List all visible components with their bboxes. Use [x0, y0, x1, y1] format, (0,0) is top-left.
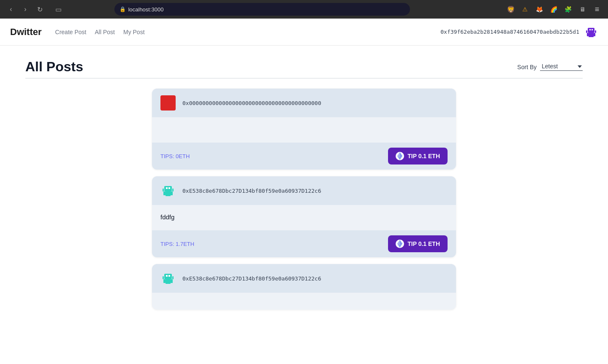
- sort-label: Sort By: [517, 64, 537, 70]
- eth-icon: [396, 152, 404, 160]
- sort-control: Sort By Letest Oldest Most Tipped: [517, 63, 583, 71]
- svg-rect-8: [595, 30, 596, 33]
- svg-rect-19: [167, 190, 169, 192]
- svg-rect-17: [171, 191, 173, 195]
- post-address: 0xE538c8e678Dbc27D134bf80f59e0a60937D122…: [182, 275, 321, 282]
- post-content: fddfg: [160, 213, 448, 221]
- tip-button[interactable]: TIP 0.1 ETH: [388, 148, 448, 164]
- post-header: 0xE538c8e678Dbc27D134bf80f59e0a60937D122…: [152, 264, 456, 293]
- wallet-address: 0xf39f62eba2b2814948a8746160470aebdb22b5…: [440, 29, 579, 35]
- post-address: 0x00000000000000000000000000000000000000…: [182, 100, 321, 106]
- tips-amount: TIPS: 0ETH: [160, 153, 190, 159]
- page-title: All Posts: [25, 59, 83, 75]
- eth-icon: [396, 240, 404, 248]
- svg-rect-1: [589, 29, 591, 30]
- post-card: 0x00000000000000000000000000000000000000…: [152, 89, 456, 170]
- post-header: 0x00000000000000000000000000000000000000…: [152, 89, 456, 117]
- svg-rect-6: [590, 32, 592, 33]
- avatar: [160, 95, 176, 111]
- back-button[interactable]: ‹: [5, 3, 17, 15]
- extension-color-icon[interactable]: 🌈: [548, 3, 560, 15]
- tips-amount: TIPS: 1.7ETH: [160, 241, 194, 247]
- post-footer: TIPS: 0ETH TIP 0.1 ETH: [152, 143, 456, 170]
- browser-navigation: ‹ › ↻: [5, 3, 46, 15]
- svg-rect-29: [163, 279, 166, 283]
- menu-icon[interactable]: ≡: [591, 3, 603, 15]
- post-card: 0xE538c8e678Dbc27D134bf80f59e0a60937D122…: [152, 176, 456, 257]
- svg-rect-20: [163, 189, 164, 191]
- header-right: 0xf39f62eba2b2814948a8746160470aebdb22b5…: [440, 25, 598, 39]
- post-body: [152, 117, 456, 143]
- tip-button-label: TIP 0.1 ETH: [407, 240, 440, 247]
- brave-icon[interactable]: 🦁: [505, 3, 517, 15]
- posts-list: 0x00000000000000000000000000000000000000…: [152, 89, 456, 310]
- browser-actions: 🦁 ⚠ 🦊 🌈 🧩 🖥 ≡: [505, 3, 603, 15]
- main-navigation: Create Post All Post My Post: [55, 29, 145, 35]
- avatar: [160, 183, 176, 198]
- forward-button[interactable]: ›: [19, 3, 31, 15]
- svg-rect-28: [168, 275, 170, 277]
- app-header: Dwitter Create Post All Post My Post 0xf…: [0, 19, 608, 46]
- lock-icon: 🔒: [119, 6, 126, 12]
- svg-rect-30: [171, 279, 173, 283]
- svg-rect-33: [163, 276, 164, 279]
- section-divider: [25, 78, 583, 78]
- avatar: [160, 271, 176, 286]
- svg-rect-7: [586, 30, 587, 33]
- svg-rect-2: [592, 29, 593, 30]
- svg-rect-21: [172, 189, 174, 191]
- svg-rect-18: [166, 191, 171, 196]
- extension-fox-icon[interactable]: 🦊: [534, 3, 546, 15]
- warning-icon[interactable]: ⚠: [519, 3, 531, 15]
- bookmark-button[interactable]: ▭: [52, 3, 64, 15]
- nav-create-post[interactable]: Create Post: [55, 29, 87, 35]
- extension-screen-icon[interactable]: 🖥: [577, 3, 589, 15]
- app-logo: Dwitter: [10, 27, 42, 38]
- svg-rect-5: [589, 33, 594, 37]
- post-card: 0xE538c8e678Dbc27D134bf80f59e0a60937D122…: [152, 264, 456, 310]
- main-content: All Posts Sort By Letest Oldest Most Tip…: [8, 46, 600, 323]
- post-address: 0xE538c8e678Dbc27D134bf80f59e0a60937D122…: [182, 188, 321, 194]
- svg-rect-15: [168, 187, 170, 189]
- svg-rect-32: [167, 278, 169, 280]
- post-header: 0xE538c8e678Dbc27D134bf80f59e0a60937D122…: [152, 176, 456, 205]
- svg-rect-14: [166, 187, 168, 189]
- svg-rect-16: [163, 191, 166, 195]
- tip-button-label: TIP 0.1 ETH: [407, 153, 440, 159]
- url-text: localhost:3000: [128, 6, 164, 13]
- post-body: [152, 293, 456, 310]
- address-bar[interactable]: 🔒 localhost:3000: [114, 3, 410, 16]
- nav-my-post[interactable]: My Post: [123, 29, 145, 35]
- page-header: All Posts Sort By Letest Oldest Most Tip…: [25, 59, 583, 75]
- nav-all-post[interactable]: All Post: [95, 29, 115, 35]
- refresh-button[interactable]: ↻: [34, 3, 46, 15]
- svg-rect-3: [587, 33, 589, 36]
- sort-select[interactable]: Letest Oldest Most Tipped: [540, 63, 583, 71]
- browser-chrome: ‹ › ↻ ▭ 🔒 localhost:3000 🦁 ⚠ 🦊 🌈 🧩 🖥 ≡: [0, 0, 608, 19]
- post-footer: TIPS: 1.7ETH TIP 0.1 ETH: [152, 230, 456, 257]
- tip-button[interactable]: TIP 0.1 ETH: [388, 235, 448, 252]
- wallet-icon[interactable]: [584, 25, 598, 39]
- svg-rect-27: [166, 275, 168, 277]
- svg-rect-34: [172, 276, 174, 279]
- extension-puzzle-icon[interactable]: 🧩: [562, 3, 574, 15]
- post-body: fddfg: [152, 205, 456, 230]
- svg-rect-4: [594, 33, 595, 36]
- svg-rect-31: [166, 279, 171, 284]
